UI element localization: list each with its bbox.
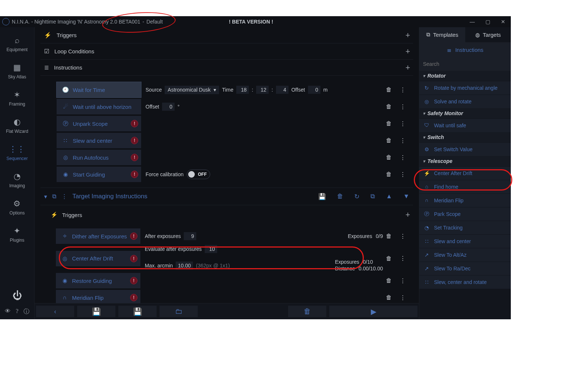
start-sequence-button[interactable]: ▶ <box>329 306 417 317</box>
more-button[interactable]: ⋮ <box>400 103 406 110</box>
instr-start-guiding[interactable]: ◉ Start Guiding ! Force calibration OFF … <box>57 166 413 182</box>
delete-sequence-button[interactable]: 🗑 <box>288 306 326 317</box>
save-button[interactable]: 💾 <box>118 306 157 317</box>
nav-framing[interactable]: ✶ Framing <box>9 90 25 107</box>
open-folder-button[interactable]: 🗀 <box>159 306 198 317</box>
delete-button[interactable]: 🗑 <box>386 294 392 301</box>
eye-icon[interactable]: 👁 <box>5 308 11 316</box>
delete-button[interactable]: 🗑 <box>386 255 392 262</box>
collapse-icon[interactable]: ▾ <box>44 193 47 200</box>
delete-button[interactable]: 🗑 <box>386 171 392 178</box>
nav-plugins[interactable]: ✦ Plugins <box>10 226 24 243</box>
category-item[interactable]: ∩Meridian Flip <box>419 194 511 207</box>
time-minute-input[interactable]: 12 <box>256 86 269 94</box>
time-second-input[interactable]: 4 <box>276 86 288 94</box>
category-item[interactable]: ⓅPark Scope <box>419 207 511 221</box>
trigger-meridian-flip[interactable]: ∩ Meridian Flip ! 🗑 ⋮ <box>56 289 413 303</box>
category-header[interactable]: ▾Switch <box>419 132 511 142</box>
save-as-button[interactable]: 💾 <box>77 306 115 317</box>
max-arcmin-input[interactable]: 10.00 <box>176 262 193 270</box>
category-header[interactable]: ▾Telescope <box>419 156 511 166</box>
duplicate-icon[interactable]: ⧉ <box>370 193 375 200</box>
category-item[interactable]: ↻Rotate by mechanical angle <box>419 81 511 95</box>
more-button[interactable]: ⋮ <box>400 86 406 93</box>
nav-imaging[interactable]: ◔ Imaging <box>9 171 25 188</box>
add-loop-condition-button[interactable]: + <box>405 47 413 56</box>
add-instruction-button[interactable]: + <box>405 63 413 72</box>
instr-unpark-scope[interactable]: Ⓟ Unpark Scope ! 🗑 ⋮ <box>57 116 413 132</box>
tab-templates[interactable]: ⧉ Templates <box>419 27 465 42</box>
category-item[interactable]: 🛡Wait until safe <box>419 119 511 132</box>
after-exposures-input[interactable]: 9 <box>184 232 196 240</box>
nav-flat-wizard[interactable]: ◐ Flat Wizard <box>6 117 28 134</box>
offset-input[interactable]: 0 <box>308 86 320 94</box>
category-item[interactable]: ◎Solve and rotate <box>419 95 511 108</box>
nav-sequencer[interactable]: ⋮⋮ Sequencer <box>6 144 28 161</box>
category-header[interactable]: ▾Rotator <box>419 71 511 81</box>
delete-button[interactable]: 🗑 <box>386 154 392 161</box>
instr-wait-for-time[interactable]: 🕘 Wait for Time Source Astronomical Dusk… <box>57 82 413 98</box>
category-item[interactable]: ⌂Find home <box>419 180 511 193</box>
time-hour-input[interactable]: 18 <box>236 86 249 94</box>
delete-button[interactable]: 🗑 <box>386 120 392 127</box>
more-button[interactable]: ⋮ <box>400 120 406 127</box>
source-select[interactable]: Astronomical Dusk ▾ <box>165 86 219 94</box>
add-trigger-button[interactable]: + <box>405 31 413 40</box>
target-imaging-instructions-header[interactable]: ▾ ⧉ ⋮ Target Imaging Instructions 💾 🗑 ↻ … <box>40 188 413 205</box>
trigger-restore-guiding[interactable]: ◉ Restore Guiding ! 🗑 ⋮ <box>56 273 413 289</box>
category-item[interactable]: ↗Slew To Alt/Az <box>419 248 511 262</box>
instr-wait-above-horizon[interactable]: ☄ Wait until above horizon Offset 0 ° 🗑 … <box>57 99 413 115</box>
category-header[interactable]: ▾Safety Monitor <box>419 108 511 118</box>
delete-button[interactable]: 🗑 <box>386 86 392 93</box>
category-item[interactable]: ∷Slew, center and rotate <box>419 276 511 289</box>
power-icon[interactable]: ⏻ <box>12 290 22 301</box>
save-icon[interactable]: 💾 <box>318 193 326 200</box>
back-button[interactable]: ‹ <box>36 306 74 317</box>
delete-button[interactable]: 🗑 <box>386 233 392 239</box>
nav-equipment[interactable]: ⌕ Equipment <box>7 35 28 52</box>
instructions-link[interactable]: ≣ Instructions <box>419 43 511 57</box>
reset-icon[interactable]: ↻ <box>354 193 359 200</box>
window-close-icon[interactable]: ✕ <box>495 19 511 25</box>
nav-options[interactable]: ⚙ Options <box>10 199 25 216</box>
more-button[interactable]: ⋮ <box>400 255 406 262</box>
more-button[interactable]: ⋮ <box>400 277 406 284</box>
more-button[interactable]: ⋮ <box>400 137 406 144</box>
category-item[interactable]: ↗Slew To Ra/Dec <box>419 262 511 275</box>
nav-sky-atlas[interactable]: ▦ Sky Atlas <box>8 63 26 79</box>
more-button[interactable]: ⋮ <box>400 294 406 301</box>
offset-input[interactable]: 0 <box>162 103 175 111</box>
move-up-icon[interactable]: ▲ <box>386 193 392 200</box>
more-button[interactable]: ⋮ <box>400 233 406 240</box>
category-item[interactable]: ∷Slew and center <box>419 235 511 248</box>
info-icon[interactable]: ⓘ <box>24 308 29 316</box>
drag-handle-icon[interactable]: ⋮ <box>61 193 67 200</box>
trigger-dither-after-exposures[interactable]: ✧ Dither after Exposures ! After exposur… <box>56 228 413 244</box>
window-minimize-icon[interactable]: — <box>465 19 480 25</box>
window-maximize-icon[interactable]: ▢ <box>480 19 495 25</box>
category-item[interactable]: ◔Set Tracking <box>419 221 511 234</box>
force-calibration-toggle[interactable]: OFF <box>187 170 210 179</box>
eval-exposures-input[interactable]: 10 <box>205 245 217 253</box>
category-item[interactable]: ⚙Set Switch Value <box>419 143 511 156</box>
delete-button[interactable]: 🗑 <box>386 137 392 144</box>
trigger-center-after-drift[interactable]: ◎ Center After Drift ! Evaluate after ex… <box>56 245 413 272</box>
search-input[interactable] <box>423 61 507 67</box>
more-button[interactable]: ⋮ <box>400 154 406 161</box>
more-button[interactable]: ⋮ <box>400 171 406 178</box>
add-tii-trigger-button[interactable]: + <box>405 210 413 220</box>
delete-button[interactable]: 🗑 <box>386 103 392 110</box>
move-down-icon[interactable]: ▼ <box>403 193 409 200</box>
category-item[interactable]: ⚡Center After Drift <box>419 167 511 180</box>
tab-targets[interactable]: ◍ Targets <box>465 27 511 42</box>
search-box[interactable] <box>419 57 511 71</box>
tii-triggers-header[interactable]: ⚡ Triggers + <box>51 207 413 222</box>
section-instructions[interactable]: ≣ Instructions + <box>40 60 413 76</box>
instr-slew-and-center[interactable]: ∷ Slew and center ! 🗑 ⋮ <box>57 132 413 149</box>
delete-button[interactable]: 🗑 <box>386 277 392 284</box>
help-icon[interactable]: ? <box>16 308 18 316</box>
delete-all-icon[interactable]: 🗑 <box>337 193 343 200</box>
section-triggers[interactable]: ⚡ Triggers + <box>40 27 413 43</box>
instr-run-autofocus[interactable]: ◎ Run Autofocus ! 🗑 ⋮ <box>57 149 413 166</box>
section-loop-conditions[interactable]: ☑ Loop Conditions + <box>40 43 413 60</box>
